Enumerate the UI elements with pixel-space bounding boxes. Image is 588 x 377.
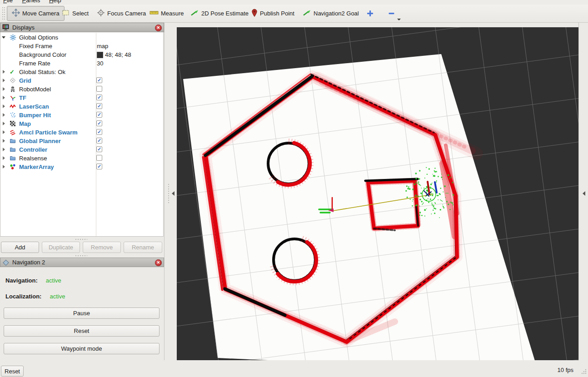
property-row-fixed-frame[interactable]: Fixed Frame map — [0, 42, 164, 50]
display-item-checkbox[interactable]: ✓ — [96, 146, 102, 152]
display-item-label[interactable]: RobotModel — [19, 86, 51, 93]
display-item-label[interactable]: Global Status: Ok — [19, 69, 65, 75]
display-item-map[interactable]: Map✓ — [0, 119, 164, 128]
status-ok-check-icon: ✓ — [10, 69, 17, 75]
display-item-checkbox[interactable]: ✓ — [96, 129, 102, 135]
expand-arrow-icon[interactable] — [3, 122, 5, 125]
expand-arrow-icon[interactable] — [3, 113, 5, 117]
expand-arrow-icon[interactable] — [3, 156, 5, 160]
display-item-global-planner[interactable]: Global Planner✓ — [0, 137, 164, 145]
toolbar-drag-handle[interactable] — [4, 7, 5, 20]
time-reset-button[interactable]: Reset — [1, 366, 24, 377]
bumper-icon — [10, 112, 17, 119]
duplicate-button[interactable]: Duplicate — [42, 242, 80, 253]
displays-tree: Global Options Fixed Frame map Backgroun… — [0, 33, 164, 171]
expand-arrow-icon[interactable] — [3, 87, 5, 91]
waypoint-mode-button[interactable]: Waypoint mode — [4, 343, 159, 354]
display-item-label[interactable]: LaserScan — [19, 103, 49, 110]
display-item-label[interactable]: Realsense — [19, 155, 47, 162]
menu-panels[interactable]: Panels — [22, 0, 40, 4]
display-item-label[interactable]: Map — [19, 120, 31, 127]
tool-focus-camera[interactable]: Focus Camera — [97, 5, 146, 22]
display-item-label[interactable]: MarkerArray — [19, 164, 54, 170]
display-item-amcl-particle-swarm[interactable]: Amcl Particle Swarm✓ — [0, 128, 164, 137]
display-item-markerarray[interactable]: MarkerArray✓ — [0, 163, 164, 171]
gear-icon — [10, 34, 17, 41]
toolbar-drag-handle[interactable] — [2, 7, 3, 20]
property-value[interactable]: 30 — [97, 60, 103, 67]
display-item-checkbox[interactable]: ✓ — [96, 112, 102, 118]
display-item-grid[interactable]: Grid✓ — [0, 76, 164, 85]
tool-label: Select — [72, 10, 89, 17]
display-item-realsense[interactable]: Realsense — [0, 154, 164, 163]
display-item-bumper-hit[interactable]: Bumper Hit✓ — [0, 111, 164, 119]
toolbar-overflow-caret-icon[interactable] — [397, 19, 401, 20]
expand-arrow-icon[interactable] — [3, 130, 5, 134]
display-item-global-status[interactable]: ✓ Global Status: Ok — [0, 68, 164, 76]
tool-label: Publish Point — [260, 10, 294, 17]
display-item-label[interactable]: Global Options — [19, 34, 58, 41]
panel-splitter-handle[interactable] — [75, 255, 87, 256]
display-item-checkbox[interactable]: ✓ — [96, 103, 102, 109]
display-item-label[interactable]: Global Planner — [19, 138, 61, 144]
collapse-right-icon[interactable] — [583, 191, 585, 196]
expand-arrow-icon[interactable] — [3, 139, 5, 143]
menu-file[interactable]: File — [3, 0, 13, 4]
tool-select[interactable]: Select — [62, 5, 89, 22]
tool-2d-pose-estimate[interactable]: 2D Pose Estimate — [190, 5, 249, 22]
markers-icon — [10, 164, 17, 170]
expand-arrow-icon[interactable] — [3, 79, 5, 82]
folder-icon — [10, 138, 17, 144]
right-splitter[interactable] — [578, 23, 588, 360]
display-item-checkbox[interactable]: ✓ — [96, 77, 102, 83]
display-item-checkbox[interactable]: ✓ — [96, 120, 102, 126]
display-item-laserscan[interactable]: LaserScan✓ — [0, 102, 164, 111]
close-icon[interactable] — [155, 259, 162, 266]
display-item-robotmodel[interactable]: RobotModel — [0, 85, 164, 94]
tool-remove[interactable] — [388, 5, 395, 22]
tool-add[interactable] — [366, 5, 374, 22]
tool-publish-point[interactable]: Publish Point — [251, 5, 294, 22]
collapse-left-icon[interactable] — [172, 191, 174, 196]
rename-button[interactable]: Rename — [124, 242, 162, 253]
property-value[interactable]: map — [97, 43, 108, 50]
expand-arrow-icon[interactable] — [3, 96, 5, 99]
pause-button[interactable]: Pause — [4, 308, 159, 319]
tool-navigation2-goal[interactable]: Navigation2 Goal — [303, 5, 359, 22]
expand-arrow-icon[interactable] — [2, 36, 5, 39]
nav2-panel-header[interactable]: Navigation 2 — [0, 258, 164, 267]
property-row-background-color[interactable]: Background Color 48; 48; 48 — [0, 50, 164, 59]
displays-panel-header[interactable]: Displays — [0, 23, 164, 32]
render-viewport[interactable] — [177, 27, 578, 360]
display-item-controller[interactable]: Controller✓ — [0, 145, 164, 154]
display-item-checkbox[interactable]: ✓ — [96, 138, 102, 144]
remove-button[interactable]: Remove — [83, 242, 121, 253]
reset-button[interactable]: Reset — [4, 325, 159, 337]
resize-grip[interactable] — [581, 368, 587, 376]
display-item-label[interactable]: TF — [19, 94, 26, 101]
display-item-checkbox[interactable] — [96, 155, 102, 161]
expand-arrow-icon[interactable] — [3, 104, 5, 108]
display-item-label[interactable]: Bumper Hit — [19, 112, 51, 119]
display-item-tf[interactable]: TF✓ — [0, 94, 164, 102]
display-item-label[interactable]: Amcl Particle Swarm — [19, 129, 78, 136]
left-splitter[interactable] — [164, 23, 177, 360]
property-value[interactable]: 48; 48; 48 — [97, 51, 131, 58]
display-item-checkbox[interactable] — [96, 86, 102, 92]
display-item-checkbox[interactable]: ✓ — [96, 164, 102, 169]
close-icon[interactable] — [155, 25, 162, 31]
add-button[interactable]: Add — [1, 242, 39, 253]
menu-help[interactable]: Help — [49, 0, 61, 4]
display-item-label[interactable]: Grid — [19, 77, 31, 84]
display-item-global-options[interactable]: Global Options — [0, 33, 164, 42]
display-item-checkbox[interactable]: ✓ — [96, 94, 102, 100]
viewport-canvas[interactable] — [177, 27, 578, 360]
panel-splitter-handle[interactable] — [75, 239, 87, 240]
expand-arrow-icon[interactable] — [3, 70, 5, 74]
display-item-label[interactable]: Controller — [19, 146, 47, 153]
expand-arrow-icon[interactable] — [3, 148, 5, 151]
property-row-frame-rate[interactable]: Frame Rate 30 — [0, 59, 164, 68]
tool-measure[interactable]: Measure — [149, 5, 184, 22]
expand-arrow-icon[interactable] — [3, 165, 5, 169]
tool-move-camera[interactable]: Move Camera — [7, 6, 65, 21]
